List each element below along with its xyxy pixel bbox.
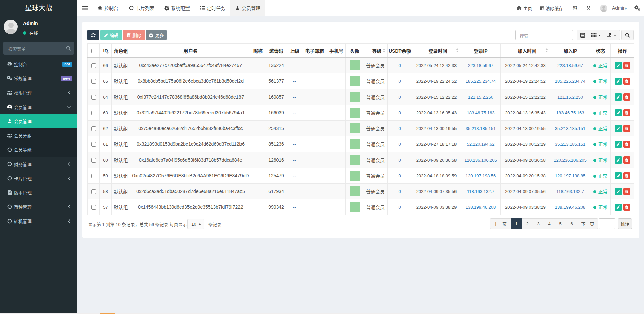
svg-text:文A: 文A [573, 6, 577, 10]
